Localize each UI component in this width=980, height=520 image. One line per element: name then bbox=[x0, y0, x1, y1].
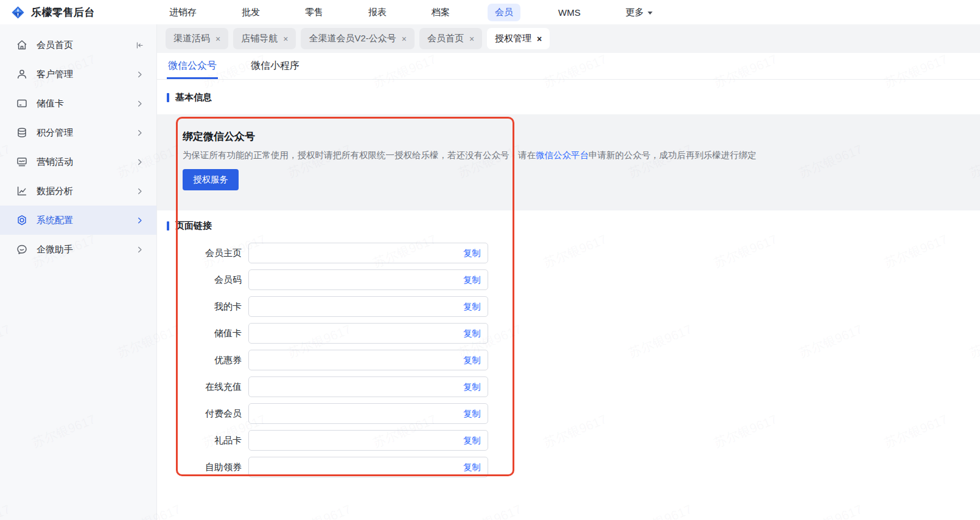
authorize-service-button[interactable]: 授权服务 bbox=[183, 169, 239, 190]
top-bar: 乐檬零售后台 进销存批发零售报表档案会员WMS更多 bbox=[0, 0, 980, 24]
page-link-input[interactable] bbox=[248, 403, 488, 424]
section-accent-bar bbox=[167, 221, 169, 231]
chevron-right-icon[interactable] bbox=[135, 70, 144, 79]
sidebar-item-3[interactable]: 积分管理 bbox=[0, 118, 156, 147]
top-nav-item-5[interactable]: 会员 bbox=[488, 4, 520, 21]
page-link-input-wrap: 复制 bbox=[248, 269, 488, 290]
chevron-right-icon[interactable] bbox=[135, 158, 144, 167]
top-nav: 进销存批发零售报表档案会员WMS更多 bbox=[162, 4, 660, 21]
page-link-row-0: 会员主页复制 bbox=[157, 243, 980, 263]
chevron-right-icon[interactable] bbox=[135, 245, 144, 254]
page-link-row-5: 在线充值复制 bbox=[157, 376, 980, 397]
copy-link-button[interactable]: 复制 bbox=[463, 248, 481, 259]
app-title: 乐檬零售后台 bbox=[31, 5, 95, 19]
copy-link-button[interactable]: 复制 bbox=[463, 301, 481, 313]
sidebar-item-5[interactable]: 数据分析 bbox=[0, 176, 156, 206]
page-link-row-2: 我的卡复制 bbox=[157, 296, 980, 317]
page-link-input[interactable] bbox=[248, 296, 488, 317]
sidebar-item-7[interactable]: 企微助手 bbox=[0, 235, 156, 264]
tab-1[interactable]: 店铺导航× bbox=[233, 28, 296, 49]
chevron-right-icon[interactable] bbox=[135, 128, 144, 137]
collapse-icon[interactable] bbox=[135, 41, 144, 50]
copy-link-button[interactable]: 复制 bbox=[463, 355, 481, 366]
page-link-row-4: 优惠券复制 bbox=[157, 350, 980, 370]
sidebar-item-label: 数据分析 bbox=[37, 185, 73, 197]
top-nav-item-6[interactable]: WMS bbox=[551, 4, 588, 21]
sidebar-item-4[interactable]: 营销活动 bbox=[0, 147, 156, 176]
page-link-input[interactable] bbox=[248, 430, 488, 451]
page-link-input[interactable] bbox=[248, 376, 488, 397]
subtab-0[interactable]: 微信公众号 bbox=[167, 53, 218, 79]
page-link-label: 会员码 bbox=[157, 274, 248, 286]
copy-link-button[interactable]: 复制 bbox=[463, 462, 481, 473]
home-icon bbox=[16, 39, 28, 51]
close-icon[interactable]: × bbox=[215, 35, 220, 43]
desc-text-after: 申请新的公众号，成功后再到乐檬进行绑定 bbox=[589, 150, 757, 160]
gear-icon bbox=[16, 214, 28, 226]
sidebar: 会员首页客户管理储值卡积分管理营销活动数据分析系统配置企微助手 bbox=[0, 24, 157, 520]
sidebar-item-label: 系统配置 bbox=[37, 215, 73, 226]
top-nav-item-0[interactable]: 进销存 bbox=[162, 4, 204, 21]
copy-link-button[interactable]: 复制 bbox=[463, 328, 481, 339]
sidebar-item-6[interactable]: 系统配置 bbox=[0, 206, 156, 235]
top-nav-item-3[interactable]: 报表 bbox=[361, 4, 394, 21]
page-link-input[interactable] bbox=[248, 350, 488, 370]
page-link-row-1: 会员码复制 bbox=[157, 269, 980, 290]
close-icon[interactable]: × bbox=[537, 35, 542, 43]
page-links-form: 会员主页复制会员码复制我的卡复制储值卡复制优惠券复制在线充值复制付费会员复制礼品… bbox=[157, 243, 980, 477]
close-icon[interactable]: × bbox=[402, 35, 407, 43]
page-link-input[interactable] bbox=[248, 243, 488, 263]
chevron-right-icon[interactable] bbox=[135, 99, 144, 108]
section-basic-info: 基本信息 bbox=[167, 92, 980, 103]
tab-label: 全渠道会员V2-公众号 bbox=[309, 33, 396, 44]
top-nav-item-2[interactable]: 零售 bbox=[298, 4, 331, 21]
content-area: 渠道活码×店铺导航×全渠道会员V2-公众号×会员首页×授权管理× 微信公众号微信… bbox=[157, 24, 980, 520]
page-link-label: 我的卡 bbox=[157, 301, 248, 313]
card-icon bbox=[16, 97, 28, 109]
page-link-input-wrap: 复制 bbox=[248, 403, 488, 424]
tab-3[interactable]: 会员首页× bbox=[419, 28, 482, 49]
section-basic-info-title: 基本信息 bbox=[175, 92, 212, 103]
tab-4[interactable]: 授权管理× bbox=[487, 28, 550, 49]
page-link-input-wrap: 复制 bbox=[248, 350, 488, 370]
sidebar-item-2[interactable]: 储值卡 bbox=[0, 89, 156, 118]
top-nav-item-1[interactable]: 批发 bbox=[234, 4, 267, 21]
marketing-icon bbox=[16, 156, 28, 168]
page-link-label: 礼品卡 bbox=[157, 435, 248, 446]
chevron-right-icon[interactable] bbox=[135, 187, 144, 196]
copy-link-button[interactable]: 复制 bbox=[463, 274, 481, 286]
page-link-label: 储值卡 bbox=[157, 328, 248, 339]
page-link-input[interactable] bbox=[248, 457, 488, 477]
sidebar-item-label: 积分管理 bbox=[37, 127, 73, 139]
top-nav-item-4[interactable]: 档案 bbox=[424, 4, 457, 21]
top-nav-label: 进销存 bbox=[169, 7, 197, 18]
page-link-label: 自助领券 bbox=[157, 462, 248, 473]
sidebar-item-1[interactable]: 客户管理 bbox=[0, 60, 156, 89]
top-nav-item-7[interactable]: 更多 bbox=[618, 4, 660, 21]
page-link-input-wrap: 复制 bbox=[248, 243, 488, 263]
top-nav-label: 批发 bbox=[242, 7, 260, 18]
close-icon[interactable]: × bbox=[469, 35, 474, 43]
page-link-input[interactable] bbox=[248, 269, 488, 290]
sidebar-item-0[interactable]: 会员首页 bbox=[0, 30, 156, 60]
tab-2[interactable]: 全渠道会员V2-公众号× bbox=[301, 28, 415, 49]
top-nav-label: 零售 bbox=[305, 7, 323, 18]
bind-panel-title: 绑定微信公众号 bbox=[183, 130, 962, 144]
page-link-input-wrap: 复制 bbox=[248, 323, 488, 344]
sidebar-item-label: 企微助手 bbox=[37, 244, 73, 255]
close-icon[interactable]: × bbox=[283, 35, 288, 43]
tab-label: 会员首页 bbox=[427, 33, 464, 44]
page-link-input-wrap: 复制 bbox=[248, 430, 488, 451]
copy-link-button[interactable]: 复制 bbox=[463, 435, 481, 446]
subtab-1[interactable]: 微信小程序 bbox=[250, 53, 301, 79]
page-link-input[interactable] bbox=[248, 323, 488, 344]
sidebar-item-label: 营销活动 bbox=[37, 156, 73, 168]
copy-link-button[interactable]: 复制 bbox=[463, 381, 481, 393]
page-link-row-3: 储值卡复制 bbox=[157, 323, 980, 344]
wechat-platform-link[interactable]: 微信公众平台 bbox=[536, 150, 589, 160]
page-link-input-wrap: 复制 bbox=[248, 376, 488, 397]
section-page-links: 页面链接 bbox=[167, 220, 980, 232]
tab-0[interactable]: 渠道活码× bbox=[166, 28, 228, 49]
chevron-right-icon[interactable] bbox=[135, 216, 144, 225]
copy-link-button[interactable]: 复制 bbox=[463, 408, 481, 420]
